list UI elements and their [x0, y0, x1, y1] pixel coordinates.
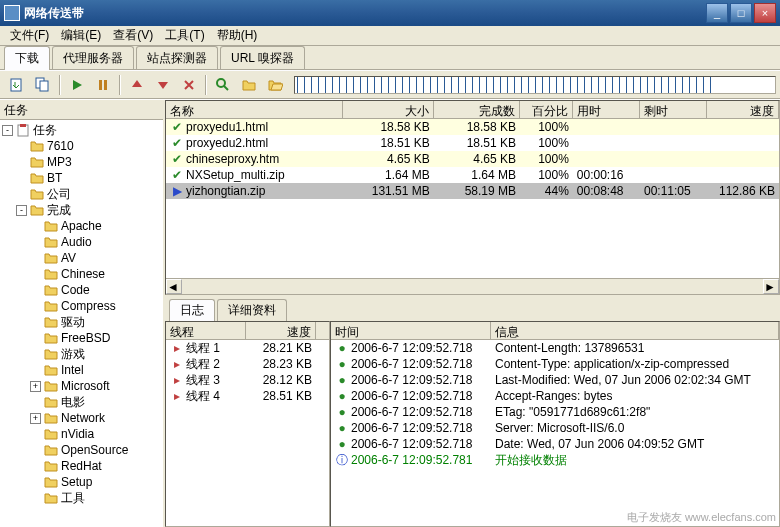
- tree-done-item[interactable]: Chinese: [2, 266, 161, 282]
- col-name[interactable]: 名称: [166, 101, 343, 118]
- minimize-button[interactable]: _: [706, 3, 728, 23]
- folder-icon: [44, 379, 58, 393]
- tab-download[interactable]: 下载: [4, 46, 50, 70]
- expander-icon[interactable]: -: [16, 205, 27, 216]
- tree-done-item[interactable]: AV: [2, 250, 161, 266]
- toolbar: [0, 71, 780, 99]
- download-row[interactable]: ✔chineseproxy.htm4.65 KB4.65 KB100%: [166, 151, 779, 167]
- thread-icon: ▸: [170, 357, 184, 371]
- download-row[interactable]: ✔proxyedu1.html18.58 KB18.58 KB100%: [166, 119, 779, 135]
- menu-view[interactable]: 查看(V): [107, 25, 159, 46]
- batch-download-button[interactable]: [31, 73, 55, 97]
- tree-done-item[interactable]: FreeBSD: [2, 330, 161, 346]
- tree-done-item[interactable]: Apache: [2, 218, 161, 234]
- check-icon: ✔: [170, 152, 184, 166]
- tree-done-item[interactable]: 工具: [2, 490, 161, 506]
- tab-site-explorer[interactable]: 站点探测器: [136, 46, 218, 70]
- tree-done-item[interactable]: Audio: [2, 234, 161, 250]
- maximize-button[interactable]: □: [730, 3, 752, 23]
- col-done[interactable]: 完成数: [434, 101, 520, 118]
- col-log-msg[interactable]: 信息: [491, 322, 779, 339]
- folder-icon: [44, 491, 58, 505]
- check-icon: ✔: [170, 136, 184, 150]
- tab-url-sniffer[interactable]: URL 嗅探器: [220, 46, 305, 70]
- folder-button[interactable]: [263, 73, 287, 97]
- col-remain[interactable]: 剩时: [640, 101, 707, 118]
- tab-detail[interactable]: 详细资料: [217, 299, 287, 321]
- main-tabs: 下载 代理服务器 站点探测器 URL 嗅探器: [0, 46, 780, 70]
- download-row[interactable]: ✔proxyedu2.html18.51 KB18.51 KB100%: [166, 135, 779, 151]
- tree-done-item[interactable]: 游戏: [2, 346, 161, 362]
- log-row[interactable]: ●2006-6-7 12:09:52.718Content-Type: appl…: [331, 356, 779, 372]
- tree-done-item[interactable]: 驱动: [2, 314, 161, 330]
- new-download-button[interactable]: [5, 73, 29, 97]
- menu-tools[interactable]: 工具(T): [159, 25, 210, 46]
- col-thread-speed[interactable]: 速度: [246, 322, 316, 339]
- task-tree[interactable]: -任务7610MP3BT公司-完成ApacheAudioAVChineseCod…: [0, 120, 163, 527]
- start-button[interactable]: [65, 73, 89, 97]
- clipboard-icon: [16, 123, 30, 137]
- expander-icon[interactable]: +: [30, 381, 41, 392]
- tree-done-item[interactable]: Setup: [2, 474, 161, 490]
- col-percent[interactable]: 百分比: [520, 101, 573, 118]
- folder-icon: [30, 171, 44, 185]
- log-list: 时间 信息 ●2006-6-7 12:09:52.718Content-Leng…: [330, 321, 780, 527]
- tree-done-item[interactable]: +Network: [2, 410, 161, 426]
- tree-done[interactable]: -完成: [2, 202, 161, 218]
- expander-icon[interactable]: -: [2, 125, 13, 136]
- move-up-button[interactable]: [125, 73, 149, 97]
- ok-icon: ●: [335, 357, 349, 371]
- tree-item[interactable]: 7610: [2, 138, 161, 154]
- tree-done-item[interactable]: nVidia: [2, 426, 161, 442]
- tree-done-item[interactable]: +Microsoft: [2, 378, 161, 394]
- pause-button[interactable]: [91, 73, 115, 97]
- download-row[interactable]: ✔NXSetup_multi.zip1.64 MB1.64 MB100%00:0…: [166, 167, 779, 183]
- thread-icon: ▸: [170, 389, 184, 403]
- folder-icon: [44, 411, 58, 425]
- app-icon: [4, 5, 20, 21]
- tree-done-item[interactable]: OpenSource: [2, 442, 161, 458]
- tree-done-item[interactable]: Intel: [2, 362, 161, 378]
- menu-edit[interactable]: 编辑(E): [55, 25, 107, 46]
- check-icon: ✔: [170, 120, 184, 134]
- log-row[interactable]: ⓘ2006-6-7 12:09:52.781开始接收数据: [331, 452, 779, 468]
- col-log-time[interactable]: 时间: [331, 322, 491, 339]
- tree-root[interactable]: -任务: [2, 122, 161, 138]
- svg-rect-10: [20, 124, 26, 127]
- col-speed[interactable]: 速度: [707, 101, 779, 118]
- svg-marker-3: [73, 80, 82, 90]
- download-list: 名称 大小 完成数 百分比 用时 剩时 速度 ✔proxyedu1.html18…: [165, 100, 780, 295]
- close-button[interactable]: ×: [754, 3, 776, 23]
- tab-log[interactable]: 日志: [169, 299, 215, 321]
- svg-rect-0: [11, 79, 21, 91]
- log-row[interactable]: ●2006-6-7 12:09:52.718Accept-Ranges: byt…: [331, 388, 779, 404]
- folder-icon: [44, 347, 58, 361]
- menu-help[interactable]: 帮助(H): [211, 25, 264, 46]
- log-row[interactable]: ●2006-6-7 12:09:52.718Last-Modified: Wed…: [331, 372, 779, 388]
- log-row[interactable]: ●2006-6-7 12:09:52.718Content-Length: 13…: [331, 340, 779, 356]
- expander-icon[interactable]: +: [30, 413, 41, 424]
- tree-done-item[interactable]: 电影: [2, 394, 161, 410]
- tree-done-item[interactable]: Code: [2, 282, 161, 298]
- download-row[interactable]: ▶yizhongtian.zip131.51 MB58.19 MB44%00:0…: [166, 183, 779, 199]
- delete-button[interactable]: [177, 73, 201, 97]
- menu-file[interactable]: 文件(F): [4, 25, 55, 46]
- tree-item[interactable]: 公司: [2, 186, 161, 202]
- open-folder-button[interactable]: [237, 73, 261, 97]
- download-icon: ▶: [170, 184, 184, 198]
- log-row[interactable]: ●2006-6-7 12:09:52.718ETag: "0591771d689…: [331, 404, 779, 420]
- thread-row[interactable]: ▸线程 428.51 KB: [166, 388, 329, 404]
- find-button[interactable]: [211, 73, 235, 97]
- tree-item[interactable]: BT: [2, 170, 161, 186]
- move-down-button[interactable]: [151, 73, 175, 97]
- tree-item[interactable]: MP3: [2, 154, 161, 170]
- col-size[interactable]: 大小: [343, 101, 434, 118]
- col-time[interactable]: 用时: [573, 101, 640, 118]
- tab-proxy[interactable]: 代理服务器: [52, 46, 134, 70]
- list-hscrollbar[interactable]: ◄►: [166, 278, 779, 294]
- tree-done-item[interactable]: Compress: [2, 298, 161, 314]
- col-thread[interactable]: 线程: [166, 322, 246, 339]
- log-row[interactable]: ●2006-6-7 12:09:52.718Server: Microsoft-…: [331, 420, 779, 436]
- tree-done-item[interactable]: RedHat: [2, 458, 161, 474]
- check-icon: ✔: [170, 168, 184, 182]
